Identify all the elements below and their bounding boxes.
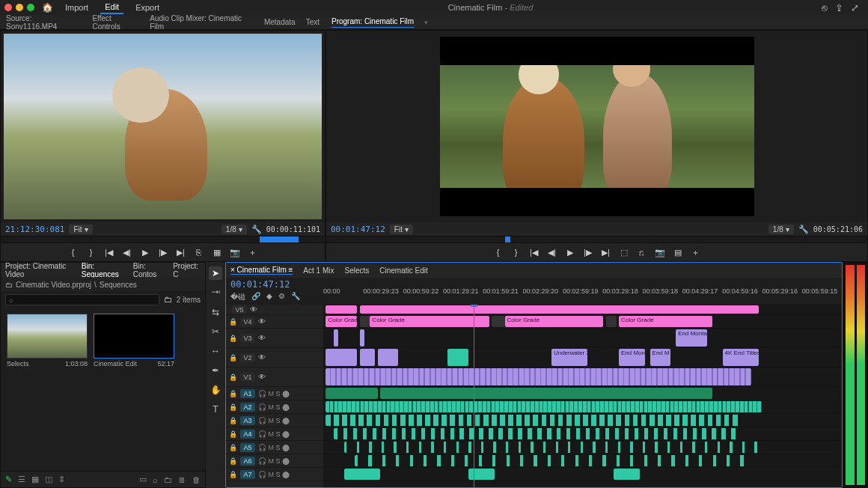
play-icon[interactable]: ▶ <box>565 247 575 257</box>
source-resolution[interactable]: 1/8 ▾ <box>221 225 247 234</box>
step-back-icon[interactable]: ◀| <box>547 247 557 257</box>
auto-seq-icon[interactable]: ▭ <box>139 475 147 484</box>
button-editor-icon[interactable]: ＋ <box>691 247 701 257</box>
snapshot-icon[interactable]: 📷 <box>655 247 665 257</box>
eye-icon[interactable]: 👁 <box>258 317 266 326</box>
settings-icon[interactable]: ⚙ <box>278 292 285 302</box>
lock-icon[interactable]: 🔒 <box>229 403 237 411</box>
ripple-tool[interactable]: ⇆ <box>209 305 222 319</box>
audio-clip[interactable] <box>468 469 495 480</box>
clip[interactable]: Color Grade <box>326 316 357 327</box>
hand-tool[interactable]: ✋ <box>209 383 222 397</box>
fullscreen-icon[interactable]: ⤢ <box>851 2 859 13</box>
tab-seq-cinematic[interactable]: × Cinematic Film ≡ <box>230 266 293 275</box>
tab-project2[interactable]: Project: C <box>173 262 201 278</box>
tab-seq-selects[interactable]: Selects <box>344 266 369 275</box>
audio-clip[interactable] <box>326 401 761 412</box>
step-back-icon[interactable]: ◀| <box>122 247 132 257</box>
trash-icon[interactable]: 🗑 <box>192 475 201 484</box>
new-item-icon[interactable]: 🗎 <box>178 475 186 484</box>
timeline-ruler[interactable]: 00:00 00:00:29:23 00:00:59:22 00:01:29:2… <box>323 278 842 305</box>
audio-clip[interactable] <box>326 388 377 399</box>
workspace-import[interactable]: Import <box>61 1 93 13</box>
clip[interactable] <box>326 368 751 385</box>
lock-icon[interactable]: 🔒 <box>229 457 237 465</box>
razor-tool[interactable]: ✂ <box>209 325 222 338</box>
workspace-edit[interactable]: Edit <box>100 1 123 14</box>
clip[interactable] <box>334 329 338 347</box>
insert-icon[interactable]: ⎘ <box>194 247 204 257</box>
lock-icon[interactable]: 🔒 <box>229 335 237 342</box>
mark-in-icon[interactable]: { <box>68 247 79 257</box>
clip[interactable]: Color Grade <box>505 316 604 327</box>
tab-metadata[interactable]: Metadata <box>264 18 296 26</box>
clip[interactable]: End Monta <box>619 349 645 366</box>
step-fwd-icon[interactable]: |▶ <box>158 247 168 257</box>
clip[interactable]: End M <box>650 349 671 366</box>
mark-out-icon[interactable]: } <box>86 247 97 257</box>
project-search-input[interactable] <box>5 294 159 305</box>
source-timecode[interactable]: 21:12:30:081 <box>5 225 64 234</box>
audio-clip[interactable] <box>344 469 381 480</box>
source-scrubber[interactable] <box>1 236 325 243</box>
program-zoom-fit[interactable]: Fit ▾ <box>390 225 413 234</box>
clip[interactable] <box>492 316 504 327</box>
tab-project[interactable]: Project: Cinematic Video <box>5 262 74 278</box>
quick-export-icon[interactable]: ⎋ <box>822 2 828 13</box>
audio-clip[interactable] <box>614 469 640 480</box>
play-icon[interactable]: ▶ <box>140 247 150 257</box>
slip-tool[interactable]: ↔ <box>209 344 222 358</box>
clip[interactable] <box>360 349 376 366</box>
clip[interactable]: Color Grade <box>370 316 489 327</box>
mark-out-icon[interactable]: } <box>511 247 522 257</box>
type-tool[interactable]: T <box>209 403 222 416</box>
audio-clip[interactable] <box>334 428 739 439</box>
clip[interactable]: Underwater 2 <box>551 349 588 366</box>
tab-seq-act1[interactable]: Act 1 Mix <box>303 266 334 275</box>
clip[interactable] <box>326 349 357 366</box>
program-timecode[interactable]: 00:01:47:12 <box>331 225 385 234</box>
comparison-icon[interactable]: ▤ <box>673 247 683 257</box>
wrench-icon[interactable]: 🔧 <box>251 225 262 234</box>
source-viewer[interactable] <box>4 34 322 219</box>
program-viewer[interactable] <box>326 31 867 222</box>
pen-icon[interactable]: ✎ <box>5 475 12 484</box>
eye-icon[interactable]: 👁 <box>258 373 266 381</box>
program-scrubber[interactable] <box>326 236 867 243</box>
export-frame-icon[interactable]: 📷 <box>230 247 240 257</box>
lock-icon[interactable]: 🔒 <box>229 430 237 438</box>
clip[interactable] <box>360 329 364 347</box>
lock-icon[interactable]: 🔒 <box>229 390 237 397</box>
clip[interactable] <box>360 316 370 327</box>
clip[interactable] <box>326 305 357 314</box>
bin-thumb[interactable]: Selects1:03:08 <box>7 314 88 367</box>
program-resolution[interactable]: 1/8 ▾ <box>768 225 794 234</box>
wrench-icon[interactable]: 🔧 <box>798 225 809 234</box>
clip[interactable] <box>360 305 760 314</box>
clip[interactable] <box>447 349 468 366</box>
freeform-icon[interactable]: ◫ <box>45 475 52 484</box>
source-zoom-fit[interactable]: Fit ▾ <box>69 225 92 234</box>
tab-bin-contos[interactable]: Bin: Contos <box>133 262 165 278</box>
tab-source[interactable]: Source: Sony1116.MP4 <box>6 14 82 31</box>
clip[interactable]: 4K End Titles 2 [V <box>723 349 760 366</box>
go-in-icon[interactable]: |◀ <box>104 247 114 257</box>
breadcrumb[interactable]: 🗀 Cinematic Video.prproj \ Sequences <box>1 278 205 291</box>
pen-tool[interactable]: ✒ <box>209 364 222 377</box>
list-view-icon[interactable]: ☰ <box>18 475 25 484</box>
tab-program[interactable]: Program: Cinematic Film <box>331 17 414 28</box>
sort-icon[interactable]: ⇕ <box>58 475 65 484</box>
new-bin-icon[interactable]: 🗀 <box>164 475 172 484</box>
home-icon[interactable]: 🏠 <box>42 2 53 13</box>
eye-icon[interactable]: 👁 <box>258 353 266 362</box>
lock-icon[interactable]: 🔒 <box>229 354 237 362</box>
go-out-icon[interactable]: ▶| <box>176 247 186 257</box>
lock-icon[interactable]: 🔒 <box>229 318 237 326</box>
step-fwd-icon[interactable]: |▶ <box>583 247 593 257</box>
tab-effect-controls[interactable]: Effect Controls <box>92 14 139 31</box>
tab-seq-cinedit[interactable]: Cinematic Edit <box>379 266 427 275</box>
clip[interactable]: End Montage <box>676 329 707 347</box>
audio-clip[interactable] <box>344 442 759 453</box>
audio-clip[interactable] <box>355 455 749 466</box>
snap-icon[interactable]: �磁 <box>230 292 245 302</box>
